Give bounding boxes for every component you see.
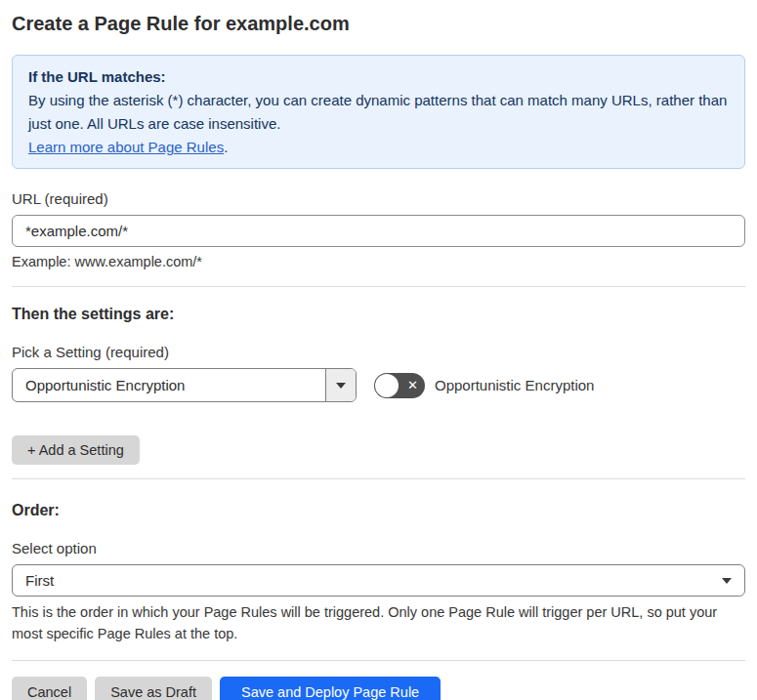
settings-section-heading: Then the settings are:: [12, 305, 745, 324]
info-box-link-line: Learn more about Page Rules.: [28, 136, 729, 159]
setting-row: Opportunistic Encryption ✕ Opportunistic…: [12, 368, 745, 402]
url-field-label: URL (required): [12, 190, 745, 208]
learn-more-link[interactable]: Learn more about Page Rules: [28, 139, 224, 155]
divider: [12, 286, 745, 287]
url-example-helper: Example: www.example.com/*: [12, 253, 745, 270]
info-box-heading: If the URL matches:: [28, 65, 729, 89]
x-icon: ✕: [407, 379, 418, 391]
footer-actions: Cancel Save as Draft Save and Deploy Pag…: [12, 677, 745, 700]
info-box-body: By using the asterisk (*) character, you…: [28, 89, 729, 136]
link-suffix: .: [224, 139, 228, 155]
pick-setting-label: Pick a Setting (required): [12, 344, 745, 361]
add-setting-button[interactable]: + Add a Setting: [12, 435, 140, 465]
order-helper-text: This is the order in which your Page Rul…: [12, 601, 735, 644]
toggle-knob-icon: [375, 374, 399, 397]
save-as-draft-button[interactable]: Save as Draft: [95, 677, 212, 700]
divider: [12, 478, 745, 479]
opportunistic-encryption-toggle[interactable]: ✕: [374, 373, 425, 398]
order-select[interactable]: First: [12, 564, 745, 597]
chevron-down-icon: [336, 383, 346, 389]
toggle-label: Opportunistic Encryption: [435, 377, 594, 393]
order-section-heading: Order:: [12, 501, 745, 520]
setting-dropdown-arrow-button[interactable]: [325, 369, 356, 401]
page-title: Create a Page Rule for example.com: [12, 12, 745, 35]
setting-dropdown-value: Opportunistic Encryption: [13, 369, 325, 401]
cancel-button[interactable]: Cancel: [12, 677, 87, 700]
chevron-down-icon: [722, 578, 732, 584]
url-matches-info-box: If the URL matches: By using the asteris…: [12, 55, 745, 169]
create-page-rule-form: Create a Page Rule for example.com If th…: [0, 0, 757, 700]
divider: [12, 660, 745, 661]
order-select-value: First: [25, 572, 722, 589]
setting-dropdown[interactable]: Opportunistic Encryption: [12, 368, 357, 402]
save-and-deploy-button[interactable]: Save and Deploy Page Rule: [220, 677, 441, 700]
select-option-label: Select option: [12, 540, 745, 557]
url-input[interactable]: [12, 215, 745, 247]
